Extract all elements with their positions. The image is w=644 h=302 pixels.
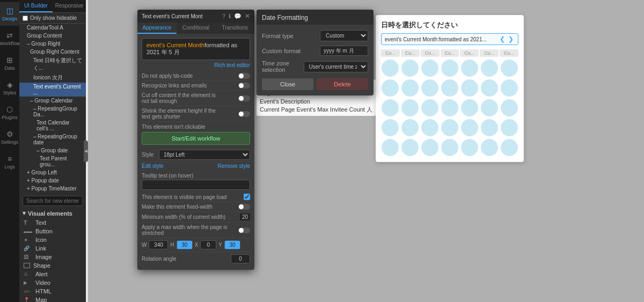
cal-cell[interactable]: [461, 99, 478, 116]
cal-cell[interactable]: [401, 139, 419, 156]
cal-cell[interactable]: [461, 79, 478, 97]
cal-cell[interactable]: [481, 139, 498, 156]
dialog1-tab-conditional[interactable]: Conditional: [177, 23, 216, 34]
bb-code-toggle[interactable]: [238, 73, 250, 79]
cal-cell[interactable]: [481, 79, 498, 97]
tree-item-text-calendar[interactable]: Text Calendar cell's ...: [19, 119, 86, 132]
tree-item-repeatinggroup-date[interactable]: – RepeatingGroup date: [19, 132, 86, 146]
tree-item-text-parent[interactable]: Text Parent grou...: [19, 154, 86, 168]
cal-cell[interactable]: [421, 119, 438, 136]
sidebar-icon-logs[interactable]: ≡ Logs: [0, 150, 19, 174]
ve-item-video[interactable]: ▶ Video: [19, 278, 86, 287]
tree-item-groupcalendar[interactable]: – Group Calendar: [19, 97, 86, 105]
cal-cell[interactable]: [401, 60, 419, 77]
cal-cell[interactable]: [501, 99, 518, 116]
remove-style-link[interactable]: Remove style: [217, 163, 250, 169]
cal-cell[interactable]: [441, 79, 458, 97]
ve-item-text[interactable]: T Text: [19, 218, 86, 227]
tooltip-input[interactable]: [142, 180, 250, 190]
style-select[interactable]: 18pt Left: [159, 150, 250, 160]
calendar-prev-btn[interactable]: ❮: [499, 35, 506, 43]
cal-cell[interactable]: [421, 79, 438, 97]
tree-item-ionicon[interactable]: Ionicon 次月: [19, 73, 86, 83]
cal-cell[interactable]: [401, 79, 419, 97]
cal-cell[interactable]: [481, 119, 498, 136]
rich-text-box[interactable]: event's Current Monthformatted as 2021 年…: [142, 38, 250, 60]
tree-item-groupright[interactable]: – Group Right: [19, 40, 86, 48]
dialog2-delete-button[interactable]: Delete: [317, 78, 368, 90]
calendar-next-btn[interactable]: ❯: [507, 35, 515, 43]
cal-cell[interactable]: [441, 60, 458, 77]
dialog1-tab-appearance[interactable]: Appearance: [137, 23, 177, 34]
w-input[interactable]: [149, 240, 168, 249]
cal-cell[interactable]: [401, 119, 419, 136]
sidebar-icon-styles[interactable]: ◈ Styles: [0, 76, 19, 100]
sidebar-collapse-btn[interactable]: ◀: [84, 141, 88, 162]
sidebar-icon-workflow[interactable]: ⇄ Workflow: [0, 27, 19, 50]
sidebar-icon-data[interactable]: ⊞ Data: [0, 51, 19, 75]
rotation-input[interactable]: [231, 254, 250, 263]
help-icon[interactable]: ?: [222, 13, 225, 19]
cal-cell[interactable]: [481, 60, 498, 77]
ve-item-html[interactable]: </> HTML: [19, 287, 86, 296]
comment-icon[interactable]: 💬: [234, 13, 241, 20]
cal-cell[interactable]: [421, 99, 438, 116]
ve-item-icon[interactable]: ✦ Icon: [19, 235, 86, 244]
y-input[interactable]: [224, 240, 240, 249]
dialog1-tab-transitions[interactable]: Transitions: [215, 23, 254, 34]
calendar-preview-bar[interactable]: event's Current Month:formatted as 2021.…: [381, 33, 518, 45]
cal-cell[interactable]: [461, 139, 478, 156]
cal-cell[interactable]: [501, 79, 518, 97]
sidebar-icon-plugins[interactable]: ⬡ Plugins: [0, 101, 19, 124]
cal-cell[interactable]: [441, 119, 458, 136]
cal-cell[interactable]: [421, 139, 438, 156]
links-emails-toggle[interactable]: [238, 83, 250, 89]
ve-item-image[interactable]: 🖼 Image: [19, 253, 86, 261]
only-show-hideable-checkbox[interactable]: [23, 16, 28, 21]
cal-cell[interactable]: [501, 60, 518, 77]
visible-checkbox[interactable]: [244, 194, 250, 200]
start-workflow-button[interactable]: Start/Edit workflow: [142, 132, 250, 145]
format-type-select[interactable]: Custom: [320, 30, 368, 41]
max-width-toggle[interactable]: [238, 227, 250, 233]
tree-item-text-event[interactable]: Text event's Current ...: [19, 83, 86, 97]
timezone-select[interactable]: User's current time zone ▾: [304, 61, 368, 72]
custom-format-input[interactable]: [320, 46, 368, 56]
close-dialog1-icon[interactable]: ✕: [245, 12, 250, 20]
tree-item-groupleft[interactable]: + Group Left: [19, 168, 86, 176]
cal-cell[interactable]: [382, 60, 399, 77]
ve-item-map[interactable]: 📍 Map: [19, 296, 86, 302]
tab-ui-builder[interactable]: UI Builder: [19, 0, 53, 12]
cal-cell[interactable]: [401, 99, 419, 116]
h-input[interactable]: [177, 240, 193, 249]
cal-cell[interactable]: [382, 139, 399, 156]
dialog2-close-button[interactable]: Close: [262, 78, 313, 90]
cal-cell[interactable]: [461, 119, 478, 136]
sidebar-icon-settings[interactable]: ⚙ Settings: [0, 126, 19, 149]
search-elements-input[interactable]: [23, 196, 83, 206]
cal-cell[interactable]: [382, 119, 399, 136]
cal-cell[interactable]: [441, 139, 458, 156]
tree-item-popup-timemaster[interactable]: + Popup TimeMaster: [19, 185, 86, 193]
cal-cell[interactable]: [461, 60, 478, 77]
cal-cell[interactable]: [382, 99, 399, 116]
ve-item-button[interactable]: ▬▬ Button: [19, 227, 86, 235]
ve-item-link[interactable]: 🔗 Link: [19, 244, 86, 253]
rich-text-editor-link[interactable]: Rich text editor: [142, 62, 250, 68]
shrink-toggle[interactable]: [238, 111, 250, 117]
cal-cell[interactable]: [501, 139, 518, 156]
tree-item-repeatinggroup-da[interactable]: – RepeatingGroup Da...: [19, 105, 86, 119]
tab-responsive[interactable]: Responsive: [53, 0, 86, 12]
tree-item-groupdate[interactable]: – Group date: [19, 146, 86, 154]
tree-item-calendartool[interactable]: CalendarTool A: [19, 24, 86, 32]
cal-cell[interactable]: [481, 99, 498, 116]
ve-item-alert[interactable]: ⚠ Alert: [19, 270, 86, 278]
edit-style-link[interactable]: Edit style: [142, 163, 164, 169]
cal-cell[interactable]: [441, 99, 458, 116]
tree-item-popup-date[interactable]: + Popup date: [19, 176, 86, 185]
tree-item-grouprightcontent[interactable]: Group Right Content: [19, 48, 86, 56]
ve-item-shape[interactable]: Shape: [19, 261, 86, 270]
tree-item-groupcontent[interactable]: Group Content: [19, 32, 86, 40]
info-icon[interactable]: ℹ: [229, 13, 231, 20]
tree-item-text-date[interactable]: Text 日時を選択してく...: [19, 56, 86, 73]
